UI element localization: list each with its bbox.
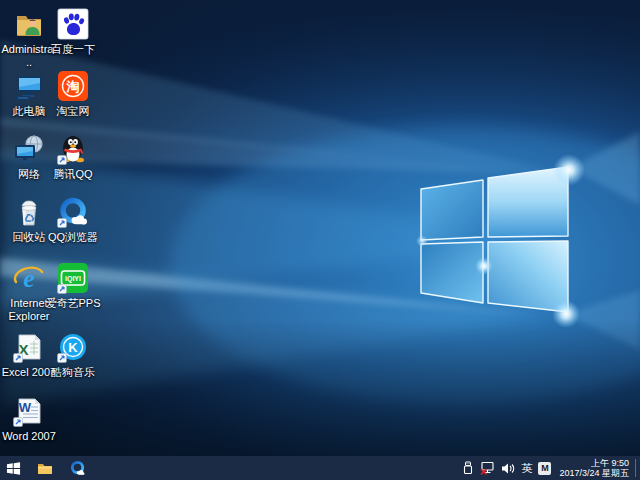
icon-label: 爱奇艺PPS — [45, 297, 101, 310]
qq-browser-taskbar-button[interactable] — [64, 456, 90, 480]
computer-icon — [13, 70, 45, 102]
desktop-icon-qq-browser[interactable]: QQ浏览器 — [45, 196, 101, 244]
ime-language-indicator[interactable]: 英 — [518, 461, 535, 476]
desktop-icon-baidu[interactable]: 百度一下 — [45, 8, 101, 56]
kugou-icon: K — [57, 331, 89, 363]
qq-browser-icon — [57, 196, 89, 228]
excel-icon: X — [13, 331, 45, 363]
network-globe-icon — [13, 133, 45, 165]
icon-label: 淘宝网 — [45, 105, 101, 118]
show-desktop-button[interactable] — [636, 456, 640, 480]
desktop-icon-taobao[interactable]: 淘 淘宝网 — [45, 70, 101, 118]
icon-label: 腾讯QQ — [45, 168, 101, 181]
shortcut-arrow-overlay — [13, 417, 23, 427]
svg-text:淘: 淘 — [66, 79, 80, 94]
taskbar-clock[interactable]: 上午 9:50 2017/3/24 星期五 — [554, 458, 635, 478]
shortcut-arrow-overlay — [13, 353, 23, 363]
svg-text:W: W — [19, 400, 32, 415]
start-button[interactable] — [0, 456, 26, 480]
internet-explorer-icon: e — [13, 262, 45, 294]
safely-remove-hardware-icon[interactable] — [459, 456, 477, 480]
icon-label: 酷狗音乐 — [45, 366, 101, 379]
clock-time: 上午 9:50 — [559, 458, 629, 468]
qq-penguin-icon — [57, 133, 89, 165]
shortcut-arrow-overlay — [57, 284, 67, 294]
shortcut-arrow-overlay — [57, 218, 67, 228]
desktop-icon-kugou-music[interactable]: K 酷狗音乐 — [45, 331, 101, 379]
baidu-paw-icon — [57, 8, 89, 40]
shortcut-arrow-overlay — [57, 353, 67, 363]
iqiyi-icon: iQIYI — [57, 262, 89, 294]
desktop-icon-iqiyi-pps[interactable]: iQIYI 爱奇艺PPS — [45, 262, 101, 310]
file-explorer-button[interactable] — [32, 456, 58, 480]
windows-logo-icon — [6, 461, 21, 476]
shortcut-arrow-overlay — [57, 155, 67, 165]
icon-label: Word 2007 — [1, 430, 57, 443]
folder-user-icon — [13, 8, 45, 40]
icon-label: QQ浏览器 — [45, 231, 101, 244]
svg-text:iQIYI: iQIYI — [65, 275, 81, 283]
network-disconnected-icon[interactable] — [477, 456, 498, 480]
svg-text:K: K — [68, 340, 78, 355]
system-tray: 英 M 上午 9:50 2017/3/24 星期五 — [459, 456, 640, 480]
volume-icon[interactable] — [498, 456, 518, 480]
clock-date: 2017/3/24 星期五 — [559, 468, 629, 478]
windows-desktop: Administra... 此电脑 — [0, 0, 640, 480]
folder-icon — [37, 460, 53, 476]
desktop-icon-word-2007[interactable]: W Word 2007 — [1, 395, 57, 443]
recycle-bin-icon — [13, 196, 45, 228]
qq-browser-icon — [69, 460, 86, 477]
desktop-icon-tencent-qq[interactable]: 腾讯QQ — [45, 133, 101, 181]
ime-mode-icon[interactable]: M — [538, 462, 551, 475]
word-icon: W — [13, 395, 45, 427]
taskbar: 英 M 上午 9:50 2017/3/24 星期五 — [0, 456, 640, 480]
taobao-icon: 淘 — [57, 70, 89, 102]
icon-label: 百度一下 — [45, 43, 101, 56]
